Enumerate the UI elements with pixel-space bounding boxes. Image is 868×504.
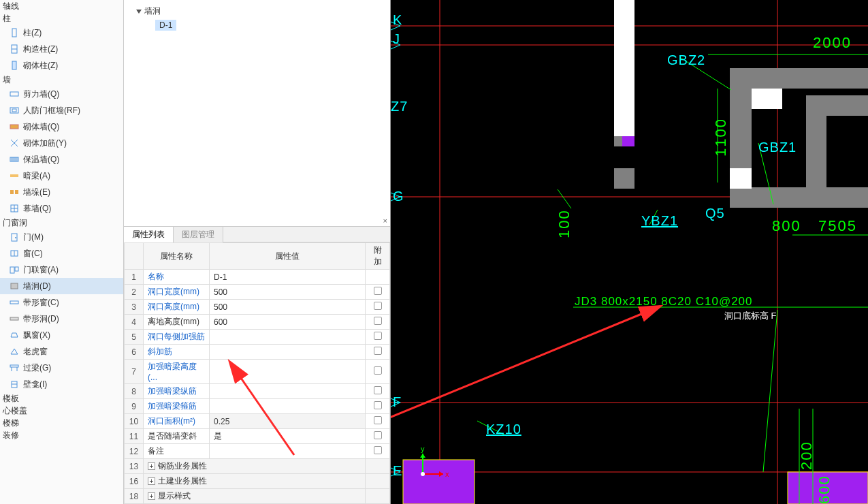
- prop-row[interactable]: 2洞口宽度(mm)500: [125, 285, 390, 300]
- prop-value[interactable]: [210, 384, 366, 399]
- nav-item-chuang[interactable]: 窗(C): [0, 245, 123, 262]
- prop-row[interactable]: 16+土建业务属性: [125, 474, 390, 489]
- prop-extra[interactable]: [366, 474, 390, 489]
- prop-row[interactable]: 1名称D-1: [125, 270, 390, 285]
- nav-group-axis[interactable]: 轴线: [0, 0, 123, 12]
- prop-value[interactable]: [210, 360, 366, 384]
- strip-window-icon: [10, 298, 19, 307]
- cad-viewport[interactable]: K J Z7 G F E: [391, 0, 868, 504]
- nav-group-door[interactable]: 门窗洞: [0, 217, 123, 229]
- nav-item-anliang[interactable]: 暗梁(A): [0, 168, 123, 184]
- prop-extra[interactable]: [366, 429, 390, 444]
- checkbox-icon[interactable]: [374, 287, 382, 295]
- prop-extra[interactable]: [366, 360, 390, 384]
- nav-item-zhu[interactable]: 柱(Z): [0, 25, 123, 41]
- checkbox-icon[interactable]: [374, 431, 382, 439]
- prop-extra[interactable]: [366, 315, 390, 330]
- property-area: 属性列表 图层管理 属性名称 属性值 附加 1名称D-12洞口宽度(mm)500…: [124, 227, 390, 504]
- prop-extra[interactable]: [366, 384, 390, 399]
- prop-value[interactable]: 0.25: [210, 414, 366, 429]
- prop-value[interactable]: 500: [210, 300, 366, 315]
- prop-extra[interactable]: [366, 270, 390, 285]
- prop-extra[interactable]: [366, 414, 390, 429]
- prop-row[interactable]: 4离地高度(mm)600: [125, 315, 390, 330]
- nav-item-bwq[interactable]: 保温墙(Q): [0, 151, 123, 168]
- checkbox-icon[interactable]: [374, 347, 382, 355]
- close-icon[interactable]: ×: [383, 217, 387, 225]
- prop-extra[interactable]: [366, 300, 390, 315]
- nav-group-zx[interactable]: 装修: [0, 429, 123, 441]
- nav-group-xlg[interactable]: 心楼盖: [0, 405, 123, 417]
- nav-item-mlc[interactable]: 门联窗(A): [0, 262, 123, 278]
- checkbox-icon[interactable]: [374, 386, 382, 394]
- nav-item-dxc[interactable]: 带形窗(C): [0, 294, 123, 311]
- nav-item-men[interactable]: 门(M): [0, 229, 123, 245]
- nav-item-lhc[interactable]: 老虎窗: [0, 343, 123, 360]
- prop-extra[interactable]: [366, 285, 390, 300]
- svg-rect-41: [752, 89, 782, 109]
- prop-extra[interactable]: [366, 330, 390, 345]
- checkbox-icon[interactable]: [374, 401, 382, 409]
- nav-item-qtjj[interactable]: 砌体加筋(Y): [0, 135, 123, 151]
- nav-group-zhu[interactable]: 柱: [0, 12, 123, 25]
- prop-row[interactable]: 18+显示样式: [125, 489, 390, 504]
- prop-extra[interactable]: [366, 399, 390, 414]
- nav-item-qiti[interactable]: 砌体柱(Z): [0, 57, 123, 74]
- expander-icon[interactable]: +: [148, 492, 155, 500]
- nav-item-qiangduo[interactable]: 墙垛(E): [0, 184, 123, 200]
- checkbox-icon[interactable]: [374, 302, 382, 310]
- nav-item-qiangdong[interactable]: 墙洞(D): [0, 278, 123, 294]
- tab-layers[interactable]: 图层管理: [174, 227, 223, 242]
- prop-row[interactable]: 6斜加筋: [125, 345, 390, 360]
- nav-item-gouzao[interactable]: 构造柱(Z): [0, 41, 123, 57]
- prop-row[interactable]: 8加强暗梁纵筋: [125, 384, 390, 399]
- tab-properties[interactable]: 属性列表: [124, 227, 174, 242]
- prop-value[interactable]: [210, 345, 366, 360]
- prop-row[interactable]: 9加强暗梁箍筋: [125, 399, 390, 414]
- prop-row[interactable]: 10洞口面积(m²)0.25: [125, 414, 390, 429]
- nav-item-rf[interactable]: 人防门框墙(RF): [0, 102, 123, 119]
- prop-row[interactable]: 12备注: [125, 444, 390, 459]
- prop-extra[interactable]: [366, 444, 390, 459]
- prop-row[interactable]: 13+钢筋业务属性: [125, 459, 390, 474]
- row-number: 6: [125, 345, 144, 360]
- checkbox-icon[interactable]: [374, 446, 382, 454]
- hidden-beam-icon: [10, 171, 19, 180]
- prop-extra[interactable]: [366, 345, 390, 360]
- triangle-expanded-icon[interactable]: [136, 10, 142, 14]
- svg-rect-5: [10, 108, 18, 113]
- expander-icon[interactable]: +: [148, 477, 155, 485]
- prop-extra[interactable]: [366, 489, 390, 504]
- tree-root[interactable]: 墙洞: [136, 5, 383, 17]
- prop-value[interactable]: [210, 330, 366, 345]
- nav-item-muqiang[interactable]: 幕墙(Q): [0, 200, 123, 217]
- nav-item-qtq[interactable]: 砌体墙(Q): [0, 119, 123, 135]
- nav-group-wall[interactable]: 墙: [0, 74, 123, 86]
- checkbox-icon[interactable]: [374, 317, 382, 325]
- nav-item-bk[interactable]: 壁龛(I): [0, 376, 123, 392]
- nav-label: 门(M): [23, 232, 44, 243]
- checkbox-icon[interactable]: [374, 416, 382, 424]
- component-tree[interactable]: 墙洞 D-1 ×: [124, 0, 390, 227]
- prop-value[interactable]: [210, 444, 366, 459]
- prop-value[interactable]: D-1: [210, 270, 366, 285]
- prop-extra[interactable]: [366, 459, 390, 474]
- prop-value[interactable]: 600: [210, 315, 366, 330]
- expander-icon[interactable]: +: [148, 462, 155, 470]
- nav-group-lt[interactable]: 楼梯: [0, 417, 123, 429]
- prop-row[interactable]: 11是否随墙变斜是: [125, 429, 390, 444]
- prop-row[interactable]: 7加强暗梁高度(...: [125, 360, 390, 384]
- prop-value[interactable]: [210, 399, 366, 414]
- checkbox-icon[interactable]: [374, 332, 382, 340]
- prop-row[interactable]: 3洞口高度(mm)500: [125, 300, 390, 315]
- nav-item-dxd[interactable]: 带形洞(D): [0, 311, 123, 327]
- prop-value[interactable]: 500: [210, 285, 366, 300]
- nav-item-jianli[interactable]: 剪力墙(Q): [0, 86, 123, 102]
- nav-item-gl[interactable]: 过梁(G): [0, 360, 123, 376]
- prop-row[interactable]: 5洞口每侧加强筋: [125, 330, 390, 345]
- checkbox-icon[interactable]: [374, 366, 382, 375]
- nav-item-pc[interactable]: 飘窗(X): [0, 327, 123, 343]
- nav-group-floor[interactable]: 楼板: [0, 392, 123, 405]
- tree-child-selected[interactable]: D-1: [155, 20, 176, 31]
- prop-value[interactable]: 是: [210, 429, 366, 444]
